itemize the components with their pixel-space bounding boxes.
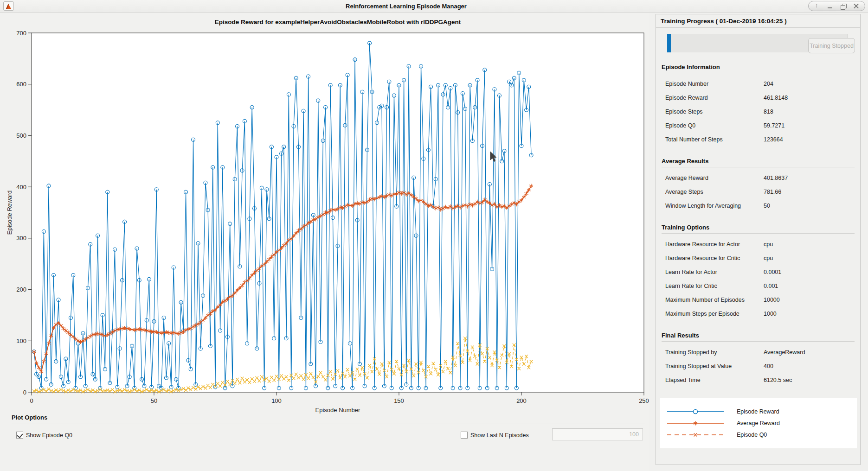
minimize-icon[interactable]	[827, 3, 833, 9]
info-row: Window Length for Averaging50	[662, 199, 855, 213]
show-last-n-episodes-label: Show Last N Episodes	[470, 432, 529, 439]
info-row: Episode Q059.7271	[662, 119, 855, 133]
row-label: Episode Q0	[662, 122, 759, 129]
row-value: 123664	[759, 136, 783, 143]
row-value: 400	[759, 363, 773, 369]
svg-text:200: 200	[16, 286, 26, 293]
info-row: Total Number of Steps123664	[662, 133, 855, 146]
info-row: Training Stopped byAverageReward	[662, 345, 855, 359]
training-progress-panel: Training Progress ( 01-Dec-2019 16:04:25…	[656, 14, 861, 465]
show-episode-q0-checkbox[interactable]	[16, 432, 23, 439]
info-row: Average Reward401.8637	[662, 171, 855, 185]
panel-sections: Episode InformationEpisode Number204Epis…	[656, 64, 860, 387]
plot-options-title: Plot Options	[12, 414, 649, 424]
section-title: Final Results	[662, 332, 855, 342]
svg-text:500: 500	[16, 132, 26, 139]
section-title: Training Options	[662, 224, 855, 234]
row-value: cpu	[759, 241, 773, 248]
row-label: Maximum Steps per Episode	[662, 311, 759, 317]
x-legend-sample	[667, 430, 724, 439]
row-label: Learn Rate for Actor	[662, 269, 759, 275]
svg-text:600: 600	[16, 81, 26, 88]
legend-row: Episode Q0	[660, 429, 857, 440]
progress-fill	[667, 34, 671, 52]
row-value: 1000	[759, 311, 777, 317]
close-icon[interactable]	[853, 3, 859, 9]
row-label: Average Steps	[662, 189, 759, 195]
info-row: Average Steps781.66	[662, 185, 855, 199]
window-titlebar: Reinforcement Learning Episode Manager	[0, 0, 868, 13]
plot-options-panel: Plot Options Show Episode Q0 Show Last N…	[0, 414, 649, 446]
legend-label: Episode Reward	[737, 408, 779, 415]
row-label: Elapsed Time	[662, 377, 759, 383]
circle-legend-sample	[667, 407, 724, 416]
info-row: Learn Rate for Critic0.001	[662, 279, 855, 293]
x-axis-label: Episode Number	[315, 407, 360, 414]
row-label: Hardware Resource for Actor	[662, 241, 759, 248]
info-row: Hardware Resource for Criticcpu	[662, 251, 855, 265]
row-label: Episode Reward	[662, 95, 759, 101]
section-title: Average Results	[662, 158, 855, 167]
row-value: 818	[759, 108, 773, 115]
row-value: 59.7271	[759, 122, 784, 129]
restore-icon[interactable]	[840, 3, 846, 9]
row-value: 6120.5 sec	[759, 377, 792, 383]
section-title: Episode Information	[662, 64, 855, 73]
row-label: Maximum Number of Episodes	[662, 297, 759, 303]
row-value: 0.001	[759, 283, 778, 289]
svg-text:100: 100	[271, 397, 282, 404]
info-row: Training Stopped at Value400	[662, 359, 855, 373]
row-value: 50	[759, 203, 770, 209]
row-value: 204	[759, 81, 773, 87]
training-progress-bar: Training Stopped	[667, 34, 849, 52]
row-label: Hardware Resource for Critic	[662, 255, 759, 261]
legend-label: Episode Q0	[737, 432, 767, 438]
row-label: Training Stopped at Value	[662, 363, 759, 369]
row-value: AverageReward	[759, 349, 805, 356]
row-label: Episode Number	[662, 81, 759, 87]
info-row: Maximum Number of Episodes10000	[662, 293, 855, 307]
info-row: Elapsed Time6120.5 sec	[662, 373, 855, 387]
window-title: Reinforcement Learning Episode Manager	[0, 0, 812, 13]
svg-text:0: 0	[30, 397, 33, 404]
last-n-episodes-input[interactable]	[552, 428, 643, 440]
svg-text:0: 0	[23, 389, 26, 396]
figure-area: Episode Reward for exampleHelperAvoidObs…	[0, 13, 649, 471]
info-row: Episode Reward461.8148	[662, 91, 855, 105]
svg-text:150: 150	[394, 397, 404, 404]
info-row: Episode Number204	[662, 77, 855, 91]
training-progress-header: Training Progress ( 01-Dec-2019 16:04:25…	[656, 14, 860, 28]
asterisk-legend-sample	[667, 419, 724, 428]
info-row: Maximum Steps per Episode1000	[662, 307, 855, 321]
row-value: 461.8148	[759, 95, 788, 101]
svg-text:700: 700	[16, 30, 26, 37]
svg-text:300: 300	[16, 235, 26, 242]
training-stopped-button[interactable]: Training Stopped	[808, 38, 855, 53]
row-value: 0.0001	[759, 269, 781, 275]
row-label: Average Reward	[662, 175, 759, 181]
row-label: Window Length for Averaging	[662, 203, 759, 209]
svg-text:200: 200	[516, 397, 527, 404]
info-row: Episode Steps818	[662, 105, 855, 119]
legend-row: Average Reward	[660, 417, 857, 429]
legend-label: Average Reward	[737, 420, 780, 426]
row-label: Learn Rate for Critic	[662, 283, 759, 289]
svg-text:100: 100	[16, 337, 26, 344]
window-controls	[808, 1, 865, 11]
row-value: 401.8637	[759, 175, 788, 181]
show-episode-q0-label: Show Episode Q0	[26, 432, 72, 439]
row-label: Episode Steps	[662, 108, 759, 115]
row-value: 781.66	[759, 189, 781, 195]
row-label: Training Stopped by	[662, 349, 759, 356]
chart-legend: Episode RewardAverage RewardEpisode Q0	[660, 398, 857, 448]
shade-icon[interactable]	[814, 3, 820, 9]
svg-text:400: 400	[16, 184, 26, 191]
row-value: cpu	[759, 255, 773, 261]
reward-chart: 0100200300400500600700050100150200250Epi…	[0, 13, 649, 420]
svg-text:50: 50	[151, 397, 157, 404]
info-row: Learn Rate for Actor0.0001	[662, 265, 855, 279]
svg-text:250: 250	[639, 397, 649, 404]
row-value: 10000	[759, 297, 780, 303]
legend-row: Episode Reward	[660, 406, 857, 417]
show-last-n-episodes-checkbox[interactable]	[461, 432, 468, 439]
